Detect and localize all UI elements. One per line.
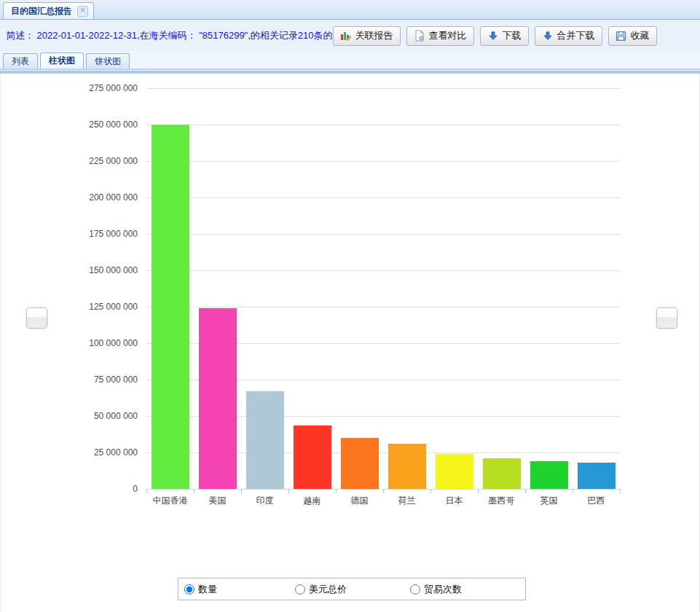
bar-德国[interactable] xyxy=(341,438,379,489)
radio-usd-total-input[interactable] xyxy=(295,584,305,595)
scroll-right-button[interactable] xyxy=(656,307,677,329)
related-report-button[interactable]: 关联报告 xyxy=(333,26,401,46)
button-label: 下载 xyxy=(503,29,522,42)
button-label: 合并下载 xyxy=(557,29,595,42)
toolbar-row: 简述： 2022-01-01-2022-12-31,在海关编码： "851762… xyxy=(0,20,700,52)
tabstrip-bottom-bar xyxy=(0,68,700,74)
x-axis-category-label: 美国 xyxy=(194,495,241,507)
x-axis-tick xyxy=(525,489,526,493)
radio-quantity[interactable]: 数量 xyxy=(184,578,217,600)
bar-日本[interactable] xyxy=(436,454,473,489)
tab-label: 柱状图 xyxy=(49,55,75,67)
bar-中国香港[interactable] xyxy=(152,125,189,489)
x-axis-tick xyxy=(241,489,242,493)
y-axis-tick-label: 125 000 000 xyxy=(43,302,138,312)
view-compare-button[interactable]: 查看对比 xyxy=(406,26,474,46)
favorite-button[interactable]: 收藏 xyxy=(608,26,657,46)
radio-quantity-input[interactable] xyxy=(184,584,194,595)
x-axis-category-label: 巴西 xyxy=(573,495,620,507)
x-axis-tick xyxy=(383,489,384,493)
grid-line xyxy=(146,125,620,125)
tab-bar-chart-view[interactable]: 柱状图 xyxy=(40,52,84,68)
x-axis-tick xyxy=(336,489,337,493)
bar-美国[interactable] xyxy=(199,308,237,489)
y-axis-tick-label: 275 000 000 xyxy=(43,83,138,93)
button-label: 收藏 xyxy=(631,29,650,42)
y-axis-tick-label: 75 000 000 xyxy=(43,374,138,385)
radio-usd-total[interactable]: 美元总价 xyxy=(295,578,347,600)
x-axis-tick xyxy=(478,489,479,493)
radio-label: 美元总价 xyxy=(309,583,347,596)
x-axis-tick xyxy=(288,489,289,493)
grid-line xyxy=(146,234,620,235)
scroll-left-button[interactable] xyxy=(26,307,47,329)
summary-text: 简述： 2022-01-01-2022-12-31,在海关编码： "851762… xyxy=(0,29,333,42)
merge-download-arrow-icon xyxy=(542,30,554,42)
x-axis-category-label: 印度 xyxy=(241,495,288,507)
x-axis-category-label: 德国 xyxy=(336,495,383,507)
x-axis-category-label: 墨西哥 xyxy=(478,495,525,507)
y-axis-tick-label: 100 000 000 xyxy=(43,338,138,348)
x-axis-tick xyxy=(573,489,573,493)
grid-line xyxy=(146,197,620,198)
radio-trade-count[interactable]: 贸易次数 xyxy=(410,578,462,600)
bar-英国[interactable] xyxy=(530,461,568,489)
download-arrow-icon xyxy=(487,30,499,42)
bar-巴西[interactable] xyxy=(578,463,616,489)
merge-download-button[interactable]: 合并下载 xyxy=(535,26,602,46)
x-axis-category-label: 中国香港 xyxy=(146,495,194,507)
x-axis-tick xyxy=(146,489,147,493)
y-axis-tick-label: 175 000 000 xyxy=(43,229,138,239)
radio-label: 贸易次数 xyxy=(424,583,462,596)
grid-line xyxy=(146,88,620,89)
bar-墨西哥[interactable] xyxy=(483,458,521,489)
x-axis-category-label: 越南 xyxy=(288,495,336,507)
x-axis-tick xyxy=(194,489,194,493)
page-title: 目的国汇总报告 xyxy=(11,5,72,17)
y-axis-tick-label: 250 000 000 xyxy=(43,119,138,130)
bar-荷兰[interactable] xyxy=(388,444,426,489)
download-button[interactable]: 下载 xyxy=(480,26,529,46)
save-disk-icon xyxy=(616,30,627,42)
grid-line xyxy=(146,307,620,307)
report-chart-icon xyxy=(340,30,352,42)
button-label: 关联报告 xyxy=(355,29,393,42)
y-axis-tick-label: 25 000 000 xyxy=(43,447,138,458)
y-axis-tick-label: 200 000 000 xyxy=(43,192,138,203)
grid-line xyxy=(146,270,620,271)
x-axis-category-label: 日本 xyxy=(430,495,478,507)
metric-selector-box: 数量 美元总价 贸易次数 xyxy=(178,578,526,600)
radio-trade-count-input[interactable] xyxy=(410,584,420,595)
bar-chart-panel: 025 000 00050 000 00075 000 000100 000 0… xyxy=(0,74,700,612)
radio-label: 数量 xyxy=(198,583,217,596)
document-tab-bar: 目的国汇总报告 ✕ xyxy=(0,0,700,20)
bar-印度[interactable] xyxy=(246,391,284,489)
toolbar-buttons: 关联报告 查看对比 下载 xyxy=(333,26,700,46)
x-axis-category-label: 荷兰 xyxy=(383,495,430,507)
y-axis-tick-label: 150 000 000 xyxy=(43,265,138,275)
document-tab-destination-report[interactable]: 目的国汇总报告 ✕ xyxy=(3,2,94,19)
x-axis-category-label: 英国 xyxy=(525,495,573,507)
tab-label: 列表 xyxy=(12,55,29,68)
x-axis-tick xyxy=(430,489,431,493)
y-axis-tick-label: 50 000 000 xyxy=(43,411,138,421)
grid-line xyxy=(146,161,620,162)
tab-pie-chart-view[interactable]: 饼状图 xyxy=(86,53,130,68)
tab-label: 饼状图 xyxy=(95,55,121,68)
x-axis-tick xyxy=(620,489,621,493)
button-label: 查看对比 xyxy=(429,29,467,42)
bar-越南[interactable] xyxy=(294,425,331,489)
tab-list-view[interactable]: 列表 xyxy=(3,53,38,68)
compare-doc-icon xyxy=(414,30,425,42)
close-icon[interactable]: ✕ xyxy=(77,6,88,17)
y-axis-tick-label: 225 000 000 xyxy=(43,156,138,166)
y-axis-tick-label: 0 xyxy=(43,484,138,494)
view-tab-strip: 列表 柱状图 饼状图 xyxy=(0,52,700,68)
